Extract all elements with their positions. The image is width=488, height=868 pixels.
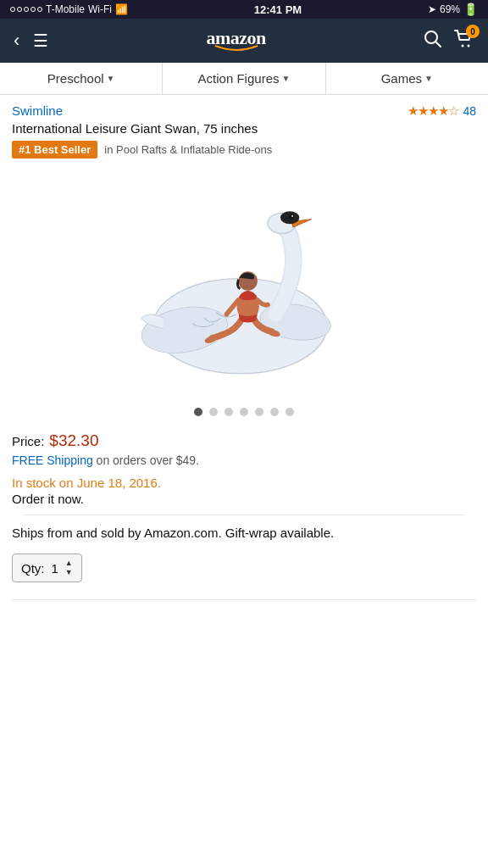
tab-preschool-label: Preschool xyxy=(47,71,104,86)
chevron-action-figures-icon: ▼ xyxy=(281,74,290,83)
carousel-dots xyxy=(0,401,488,426)
product-title: International Leisure Giant Swan, 75 inc… xyxy=(12,121,476,136)
chevron-preschool-icon: ▼ xyxy=(107,74,115,83)
qty-down-arrow[interactable]: ▼ xyxy=(65,569,73,576)
signal-dot-5 xyxy=(37,7,42,12)
carousel-dot-6[interactable] xyxy=(270,408,279,416)
product-info-section: Swimline ★★★★☆ 48 International Leisure … xyxy=(0,95,488,164)
shipping-suffix: on orders over $49. xyxy=(93,453,199,467)
tab-preschool[interactable]: Preschool ▼ xyxy=(0,63,163,94)
price-section: Price: $32.30 FREE Shipping on orders ov… xyxy=(0,426,488,599)
carousel-dot-2[interactable] xyxy=(209,408,218,416)
product-image-area[interactable] xyxy=(0,164,488,401)
signal-dot-2 xyxy=(17,7,22,12)
shipping-row: FREE Shipping on orders over $49. xyxy=(12,453,476,467)
amazon-smile xyxy=(207,44,266,54)
svg-point-3 xyxy=(462,45,464,47)
quantity-stepper[interactable]: ▲ ▼ xyxy=(65,559,73,576)
carousel-dot-3[interactable] xyxy=(225,408,233,416)
search-icon xyxy=(424,30,442,48)
status-right: ➤ 69% 🔋 xyxy=(428,3,478,16)
amazon-logo-wrap: amazon xyxy=(207,27,266,54)
rating-container: ★★★★☆ 48 xyxy=(408,103,476,119)
svg-point-4 xyxy=(468,45,470,47)
nav-tabs: Preschool ▼ Action Figures ▼ Games ▼ xyxy=(0,63,488,95)
tab-games[interactable]: Games ▼ xyxy=(326,63,488,94)
brand-link[interactable]: Swimline xyxy=(12,103,63,118)
price-row: Price: $32.30 xyxy=(12,431,476,450)
rating-count[interactable]: 48 xyxy=(463,104,476,118)
stock-status: In stock on June 18, 2016. xyxy=(12,476,476,490)
ships-from-text: Ships from and sold by Amazon.com. Gift-… xyxy=(12,524,476,542)
cart-container[interactable]: 0 xyxy=(454,30,474,52)
cart-count: 0 xyxy=(466,25,480,38)
header: ‹ ☰ amazon 0 xyxy=(0,19,488,63)
qty-row: Qty: 1 ▲ ▼ xyxy=(12,554,476,582)
order-now-text: Order it now. xyxy=(12,492,476,506)
best-seller-badge: #1 Best Seller xyxy=(12,141,97,159)
signal-dot-4 xyxy=(30,7,36,12)
svg-point-10 xyxy=(289,214,294,220)
carousel-dot-1[interactable] xyxy=(194,408,202,416)
menu-button[interactable]: ☰ xyxy=(33,32,48,49)
signal-dot-3 xyxy=(24,7,29,12)
search-button[interactable] xyxy=(424,30,442,53)
back-button[interactable]: ‹ xyxy=(14,31,19,50)
svg-point-11 xyxy=(291,215,293,217)
price-value: $32.30 xyxy=(49,431,98,450)
brand-rating-row: Swimline ★★★★☆ 48 xyxy=(12,103,476,121)
location-icon: ➤ xyxy=(428,3,436,15)
carousel-dot-7[interactable] xyxy=(286,408,294,416)
battery-icon: 🔋 xyxy=(463,3,478,16)
product-image xyxy=(125,189,363,384)
time-display: 12:41 PM xyxy=(254,3,302,16)
wifi-icon: 📶 xyxy=(115,3,128,15)
header-left: ‹ ☰ xyxy=(14,31,48,50)
qty-value: 1 xyxy=(52,561,58,576)
tab-action-figures[interactable]: Action Figures ▼ xyxy=(163,63,325,94)
tab-games-label: Games xyxy=(381,71,422,86)
carousel-dot-4[interactable] xyxy=(240,408,248,416)
network-label: Wi-Fi xyxy=(88,3,112,15)
best-seller-row: #1 Best Seller in Pool Rafts & Inflatabl… xyxy=(12,141,476,159)
divider-2 xyxy=(12,599,476,600)
star-rating: ★★★★☆ xyxy=(408,103,458,119)
best-seller-category: in Pool Rafts & Inflatable Ride-ons xyxy=(104,143,272,156)
header-icons: 0 xyxy=(424,30,474,53)
battery-label: 69% xyxy=(440,3,460,15)
carrier-label: T-Mobile xyxy=(46,3,85,15)
signal-dots xyxy=(10,7,42,12)
chevron-games-icon: ▼ xyxy=(424,74,433,83)
price-label: Price: xyxy=(12,434,44,448)
signal-dot-1 xyxy=(10,7,15,12)
status-bar: T-Mobile Wi-Fi 📶 12:41 PM ➤ 69% 🔋 xyxy=(0,0,488,19)
tab-action-figures-label: Action Figures xyxy=(198,71,280,86)
carousel-dot-5[interactable] xyxy=(255,408,263,416)
qty-box[interactable]: Qty: 1 ▲ ▼ xyxy=(12,554,82,582)
svg-line-2 xyxy=(435,42,441,47)
qty-label: Qty: xyxy=(21,561,45,576)
qty-up-arrow[interactable]: ▲ xyxy=(65,559,73,567)
status-left: T-Mobile Wi-Fi 📶 xyxy=(10,3,128,15)
free-shipping-link[interactable]: FREE Shipping xyxy=(12,453,93,467)
